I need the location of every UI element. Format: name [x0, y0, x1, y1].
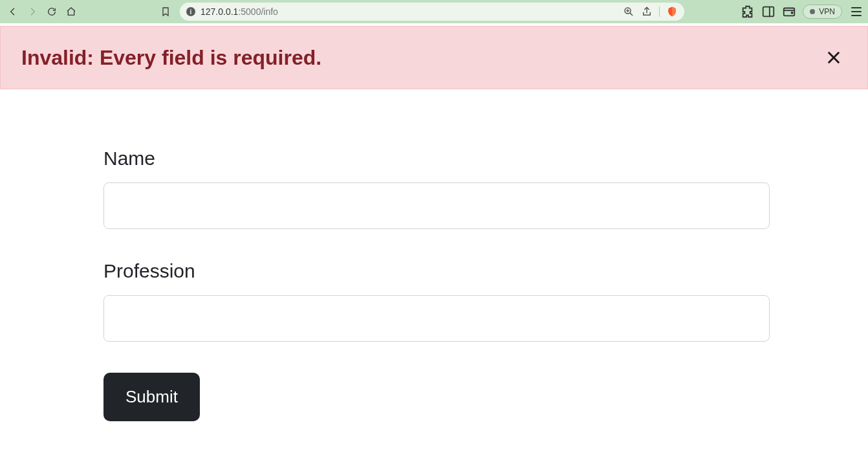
wallet-icon[interactable]	[782, 5, 796, 19]
address-bar[interactable]: i 127.0.0.1:5000/info	[180, 3, 684, 21]
sidepanel-icon[interactable]	[761, 5, 776, 19]
form: Name Profession Submit	[0, 89, 776, 421]
profession-input[interactable]	[103, 295, 770, 342]
reload-button[interactable]	[44, 4, 60, 19]
name-label: Name	[103, 148, 776, 170]
share-icon[interactable]	[641, 6, 653, 17]
zoom-icon[interactable]	[623, 6, 635, 17]
url-path: :5000/info	[238, 6, 278, 17]
alert-close-button[interactable]	[821, 45, 847, 71]
vpn-label: VPN	[819, 7, 835, 16]
name-input[interactable]	[103, 182, 770, 229]
url-text: 127.0.0.1:5000/info	[201, 6, 278, 17]
divider	[659, 6, 660, 17]
vpn-button[interactable]: VPN	[803, 5, 842, 19]
extensions-icon[interactable]	[741, 5, 755, 19]
bookmark-button[interactable]	[158, 4, 173, 19]
site-info-icon[interactable]: i	[186, 7, 195, 16]
menu-button[interactable]	[851, 7, 862, 16]
alert-message: Invalid: Every field is required.	[21, 46, 321, 70]
back-button[interactable]	[5, 4, 21, 19]
error-alert: Invalid: Every field is required.	[0, 26, 868, 89]
submit-button[interactable]: Submit	[103, 373, 200, 421]
svg-point-3	[792, 12, 793, 14]
profession-label: Profession	[103, 260, 776, 282]
svg-rect-1	[763, 7, 774, 17]
forward-button[interactable]	[25, 4, 40, 19]
url-host: 127.0.0.1	[201, 6, 238, 17]
brave-shield-icon[interactable]	[666, 6, 678, 17]
browser-toolbar: i 127.0.0.1:5000/info	[0, 0, 868, 23]
home-button[interactable]	[63, 4, 79, 19]
vpn-status-dot	[810, 9, 815, 14]
